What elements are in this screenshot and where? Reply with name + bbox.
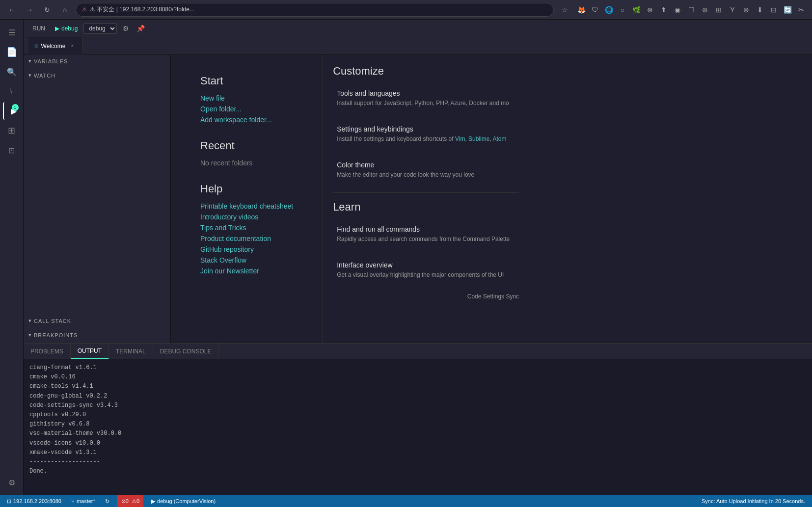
home-button[interactable]: ⌂ (58, 3, 72, 17)
activity-source-control-icon[interactable]: ⑂ (3, 82, 21, 100)
tab-output[interactable]: OUTPUT (71, 344, 109, 359)
settings-keybindings-item[interactable]: Settings and keybindings Install the set… (333, 121, 519, 147)
code-settings-sync-button[interactable]: Code Settings Sync (333, 293, 519, 300)
panel-tab-bar: PROBLEMS OUTPUT TERMINAL DEBUG CONSOLE (24, 344, 812, 359)
settings-keybindings-desc: Install the settings and keyboard shortc… (337, 135, 515, 143)
ext-icon-6[interactable]: ⊛ (644, 4, 656, 16)
warning-icon: ⚠ (132, 498, 136, 505)
ext-icon-13[interactable]: ⊛ (740, 4, 752, 16)
sidebar-call-stack-header[interactable]: ▾ CALL STACK (28, 318, 165, 324)
ext-icon-3[interactable]: 🌐 (603, 4, 615, 16)
find-run-commands-item[interactable]: Find and run all commands Rapidly access… (333, 221, 519, 247)
find-run-commands-title: Find and run all commands (337, 225, 515, 233)
chevron-down-icon-bp: ▾ (28, 332, 32, 338)
hamburger-menu-icon[interactable]: ☰ (3, 24, 21, 41)
reload-button[interactable]: ↻ (40, 3, 54, 17)
sidebar: ▾ VARIABLES ▾ WATCH ▾ CALL STACK (24, 55, 171, 343)
ext-icon-11[interactable]: ⊞ (713, 4, 725, 16)
activity-settings-icon[interactable]: ⚙ (3, 474, 21, 491)
output-line: vscode-icons v10.0.0 (29, 439, 806, 448)
ext-icon-8[interactable]: ◉ (672, 4, 683, 16)
tools-languages-item[interactable]: Tools and languages Install support for … (333, 85, 519, 111)
back-button[interactable]: ← (5, 3, 19, 17)
error-status-item[interactable]: ⊘ 0 ⚠ 0 (117, 495, 143, 507)
sync-status-item[interactable]: ↻ (103, 498, 111, 505)
chevron-down-icon-watch: ▾ (28, 72, 32, 79)
address-bar[interactable]: ⚠ ⚠ 不安全 | 192.168.2.203:8080/?folde... (76, 3, 554, 17)
ext-icon-2[interactable]: 🛡 (589, 4, 601, 16)
tab-terminal[interactable]: TERMINAL (109, 344, 153, 359)
color-theme-item[interactable]: Color theme Make the editor and your cod… (333, 157, 519, 183)
sidebar-breakpoints-section: ▾ BREAKPOINTS (24, 329, 170, 343)
open-folder-link[interactable]: Open folder... (200, 105, 293, 113)
vim-link[interactable]: Vim (455, 135, 465, 142)
browser-bar: ← → ↻ ⌂ ⚠ ⚠ 不安全 | 192.168.2.203:8080/?fo… (0, 0, 812, 20)
tab-debug-console[interactable]: DEBUG CONSOLE (153, 344, 219, 359)
output-line: vsc-material-theme v30.0.0 (29, 429, 806, 438)
toolbar-pin-button[interactable]: 📌 (135, 23, 146, 34)
ext-icon-7[interactable]: ⬆ (658, 4, 670, 16)
tips-and-tricks-link[interactable]: Tips and Tricks (200, 224, 293, 232)
start-section: Start New file Open folder... Add worksp… (200, 75, 293, 124)
add-workspace-link[interactable]: Add workspace folder... (200, 116, 293, 124)
watch-label: WATCH (34, 73, 55, 79)
sync-icon: ↻ (105, 498, 109, 505)
debug-play-button[interactable]: ▶ debug (52, 24, 81, 33)
atom-link[interactable]: Atom (492, 135, 506, 142)
remote-status-item[interactable]: ⊡ 192.168.2.203:8080 (5, 498, 63, 505)
start-title: Start (200, 75, 293, 87)
ext-icon-10[interactable]: ⊕ (699, 4, 711, 16)
sidebar-breakpoints-header[interactable]: ▾ BREAKPOINTS (28, 332, 165, 338)
ext-icon-14[interactable]: ⬇ (754, 4, 766, 16)
toolbar-settings-button[interactable]: ⚙ (120, 23, 132, 34)
tab-welcome[interactable]: ≡ Welcome × (28, 37, 82, 55)
output-line: cpptools v0.29.0 (29, 410, 806, 420)
auto-sync-status-item[interactable]: Sync: Auto Upload Initiating In 20 Secon… (700, 498, 807, 504)
debug-badge: 1 (12, 104, 19, 111)
stack-overflow-link[interactable]: Stack Overflow (200, 256, 293, 264)
ext-icon-15[interactable]: ⊟ (768, 4, 780, 16)
activity-extensions-icon[interactable]: ⊞ (3, 122, 21, 139)
activity-remote-icon[interactable]: ⊡ (3, 141, 21, 159)
vscode-shell: ☰ 📄 🔍 ⑂ ▶ 1 ⊞ ⊡ ⚙ RUN ▶ debug debug ⚙ 📌 (0, 20, 812, 495)
color-theme-title: Color theme (337, 161, 515, 169)
sidebar-watch-header[interactable]: ▾ WATCH (28, 72, 165, 79)
tab-problems[interactable]: PROBLEMS (24, 344, 71, 359)
forward-button[interactable]: → (23, 3, 36, 17)
ext-icon-4[interactable]: ○ (617, 4, 628, 16)
ext-icon-12[interactable]: Y (727, 4, 738, 16)
sidebar-variables-header[interactable]: ▾ VARIABLES (28, 58, 165, 64)
output-line: Done. (29, 467, 806, 476)
right-panel: Customize Tools and languages Install su… (323, 55, 529, 343)
product-documentation-link[interactable]: Product documentation (200, 235, 293, 242)
debug-run-status-item[interactable]: ▶ debug (ComputerVision) (149, 498, 217, 505)
printable-keyboard-link[interactable]: Printable keyboard cheatsheet (200, 202, 293, 210)
customize-title: Customize (333, 65, 519, 78)
activity-debug-icon[interactable]: ▶ 1 (3, 102, 21, 120)
github-repository-link[interactable]: GitHub repository (200, 245, 293, 253)
ext-icon-16[interactable]: 🔄 (782, 4, 793, 16)
ext-icon-1[interactable]: 🦊 (575, 4, 587, 16)
editor-section: ▾ VARIABLES ▾ WATCH ▾ CALL STACK (24, 55, 812, 343)
interface-overview-item[interactable]: Interface overview Get a visual overlay … (333, 257, 519, 283)
ext-icon-17[interactable]: ✂ (795, 4, 807, 16)
join-newsletter-link[interactable]: Join our Newsletter (200, 267, 293, 275)
welcome-tab-label: Welcome (41, 43, 66, 50)
output-line: code-settings-sync v3.4.3 (29, 401, 806, 410)
activity-explorer-icon[interactable]: 📄 (3, 43, 21, 61)
output-line: xmake-vscode v1.3.1 (29, 448, 806, 457)
welcome-tab-close-button[interactable]: × (68, 42, 76, 50)
tools-languages-title: Tools and languages (337, 89, 515, 97)
new-file-link[interactable]: New file (200, 94, 293, 102)
ext-icon-9[interactable]: ☐ (685, 4, 697, 16)
introductory-videos-link[interactable]: Introductory videos (200, 213, 293, 221)
bookmark-button[interactable]: ☆ (558, 3, 571, 17)
sublime-link[interactable]: Sublime (468, 135, 489, 142)
output-content: clang-format v1.6.1cmake v0.0.16cmake-to… (24, 359, 812, 495)
activity-search-icon[interactable]: 🔍 (3, 63, 21, 80)
debug-config-select[interactable]: debug (83, 23, 117, 34)
error-icon: ⊘ (121, 498, 126, 505)
ext-icon-5[interactable]: 🌿 (630, 4, 642, 16)
git-branch-status-item[interactable]: ⑂ master* (69, 498, 97, 504)
play-icon: ▶ (55, 25, 59, 32)
